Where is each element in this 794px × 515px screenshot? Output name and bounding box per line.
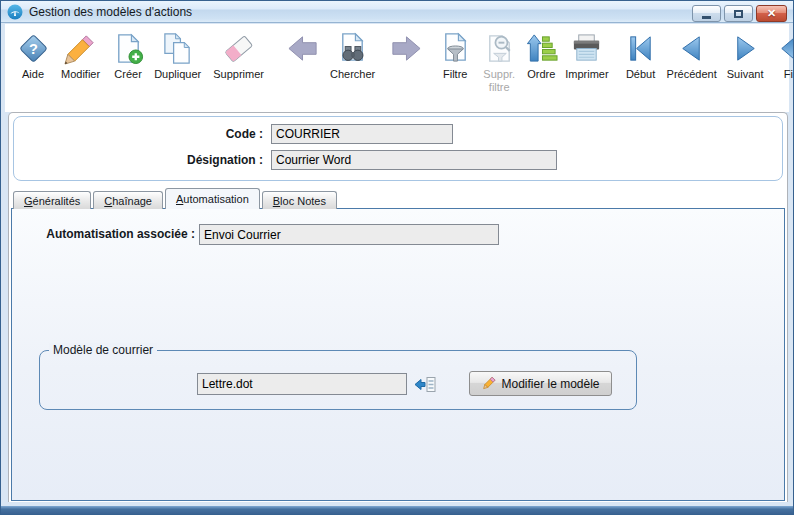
code-input[interactable]	[271, 124, 453, 144]
tab-panel-automatisation: Automatisation associée : Modèle de cour…	[11, 208, 785, 501]
toolbar-button-label: Dupliquer	[154, 68, 201, 81]
tab-bar: Généralités Chaînage Automatisation Bloc…	[13, 188, 339, 209]
toolbar-button-label: Modifier	[61, 68, 100, 81]
toolbar-button-label: Filtre	[443, 68, 467, 81]
window-title: Gestion des modèles d'actions	[29, 5, 192, 19]
toolbar-button-label: Créer	[114, 68, 142, 81]
designation-label: Désignation :	[14, 153, 263, 167]
template-file-input[interactable]	[197, 373, 407, 395]
toolbar-button-label: Ordre	[527, 68, 555, 81]
mail-template-groupbox: Modèle de courrier	[39, 350, 637, 410]
edit-template-button[interactable]: Modifier le modèle	[469, 371, 612, 396]
toolbar-button-chercher-suivant[interactable]	[385, 29, 425, 68]
automation-input[interactable]	[199, 224, 499, 245]
new-document-icon	[110, 29, 146, 67]
first-record-icon	[623, 29, 659, 67]
pencil-icon	[481, 376, 496, 391]
close-button[interactable]: ✕	[756, 5, 787, 22]
eraser-icon	[221, 29, 257, 67]
edit-template-button-label: Modifier le modèle	[501, 377, 599, 391]
toolbar-button-supprimer[interactable]: Supprimer	[211, 29, 266, 81]
next-record-icon	[727, 29, 763, 67]
toolbar-button-label: Fin	[784, 68, 794, 81]
application-window: Gestion des modèles d'actions ✕ ? Aide	[0, 0, 794, 515]
minimize-button[interactable]	[692, 5, 721, 22]
toolbar-button-label: Précédent	[667, 68, 717, 81]
content-area: Code : Désignation : Généralités Chaînag…	[8, 112, 788, 502]
pencil-icon	[63, 29, 99, 67]
previous-record-icon	[674, 29, 710, 67]
maximize-button[interactable]	[724, 5, 753, 22]
code-label: Code :	[14, 127, 263, 141]
tab-automatisation[interactable]: Automatisation	[165, 188, 260, 209]
arrow-right-icon	[387, 29, 423, 67]
toolbar-button-suppr-filtre: Suppr. filtre	[479, 29, 519, 93]
tab-generalites[interactable]: Généralités	[13, 191, 91, 209]
maximize-icon	[734, 10, 743, 18]
toolbar-button-label: Début	[626, 68, 655, 81]
close-icon: ✕	[767, 8, 776, 19]
toolbar-button-label: Chercher	[330, 68, 375, 81]
toolbar-button-imprimer[interactable]: Imprimer	[563, 29, 610, 81]
toolbar-button-suivant[interactable]: Suivant	[725, 29, 766, 81]
toolbar-button-ordre[interactable]: Ordre	[521, 29, 561, 81]
duplicate-icon	[160, 29, 196, 67]
svg-text:?: ?	[29, 41, 38, 57]
arrow-left-icon	[286, 29, 322, 67]
picklist-button[interactable]	[414, 375, 436, 394]
toolbar-button-creer[interactable]: Créer	[108, 29, 148, 81]
window-bottom-edge	[1, 506, 793, 514]
toolbar-button-debut[interactable]: Début	[621, 29, 661, 81]
toolbar-button-label: Suppr. filtre	[483, 68, 515, 93]
record-header-form: Code : Désignation :	[13, 116, 783, 181]
toolbar-button-precedent[interactable]: Précédent	[665, 29, 719, 81]
designation-input[interactable]	[271, 150, 557, 170]
sort-order-icon	[523, 29, 559, 67]
toolbar-button-label: Imprimer	[565, 68, 608, 81]
titlebar: Gestion des modèles d'actions ✕	[1, 1, 793, 23]
toolbar: ? Aide Modifier	[5, 24, 789, 112]
toolbar-button-filtre[interactable]: Filtre	[435, 29, 475, 81]
toolbar-button-label: Suivant	[727, 68, 764, 81]
printer-icon	[569, 29, 605, 67]
remove-filter-icon	[481, 29, 517, 67]
toolbar-button-aide[interactable]: ? Aide	[13, 29, 53, 81]
search-document-icon	[335, 29, 371, 67]
toolbar-button-chercher-precedent[interactable]	[284, 29, 324, 68]
toolbar-button-modifier[interactable]: Modifier	[59, 29, 102, 81]
filter-icon	[437, 29, 473, 67]
tab-bloc-notes[interactable]: Bloc Notes	[262, 191, 337, 209]
last-record-icon	[773, 29, 794, 67]
app-icon	[7, 4, 23, 20]
minimize-icon	[702, 16, 711, 19]
groupbox-title: Modèle de courrier	[49, 343, 157, 357]
toolbar-button-fin[interactable]: Fin	[771, 29, 794, 81]
picklist-icon	[414, 375, 436, 394]
tab-chainage[interactable]: Chaînage	[93, 191, 163, 209]
help-icon: ?	[15, 29, 51, 67]
automation-label: Automatisation associée :	[12, 227, 195, 241]
toolbar-button-dupliquer[interactable]: Dupliquer	[152, 29, 203, 81]
toolbar-button-label: Aide	[22, 68, 44, 81]
toolbar-button-label: Supprimer	[213, 68, 264, 81]
toolbar-button-chercher[interactable]: Chercher	[328, 29, 377, 81]
